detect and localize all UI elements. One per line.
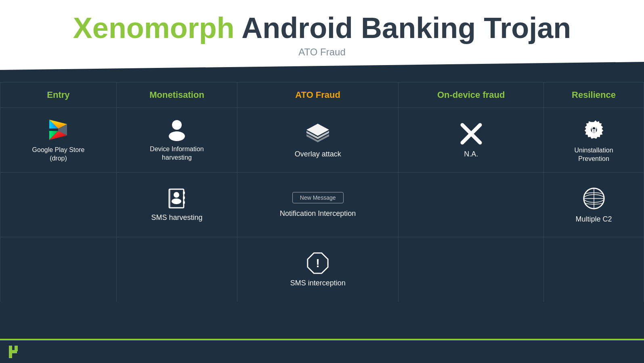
- cell-resilience-row3: [544, 237, 644, 302]
- person-icon: [166, 118, 188, 141]
- cell-resilience-row1: UninstallationPrevention: [544, 108, 644, 173]
- layers-icon: [306, 122, 330, 146]
- contacts-icon: [166, 188, 188, 209]
- col-resilience: Resilience: [544, 82, 644, 108]
- col-monetisation: Monetisation: [116, 82, 237, 108]
- table-row: SMS harvesting New Message Notification …: [0, 173, 644, 237]
- svg-rect-20: [183, 196, 185, 199]
- svg-rect-22: [169, 189, 171, 208]
- grid-section: Entry Monetisation ATO Fraud On-device f…: [0, 82, 644, 339]
- cell-content: N.A.: [403, 122, 539, 158]
- cell-content: Overlay attack: [241, 122, 394, 158]
- subtitle: ATO Fraud: [0, 46, 644, 58]
- cell-ato-row2: New Message Notification Interception: [237, 173, 399, 237]
- cell-entry-row1: Google Play Store(drop): [0, 108, 117, 173]
- svg-point-15: [593, 130, 594, 131]
- cell-ondevice-row3: [399, 237, 544, 302]
- table-row: ! SMS interception: [0, 237, 644, 302]
- brand-logo: [8, 345, 26, 359]
- cell-content: Google Play Store(drop): [4, 118, 112, 163]
- sms-notification-badge: New Message: [292, 192, 344, 203]
- play-store-icon: [46, 118, 70, 142]
- col-ato: ATO Fraud: [237, 82, 399, 108]
- cell-label: SMS interception: [290, 279, 346, 287]
- main-table: Entry Monetisation ATO Fraud On-device f…: [0, 82, 644, 302]
- cell-monetisation-row3: [116, 237, 237, 302]
- table-row: Google Play Store(drop) Device Informati…: [0, 108, 644, 173]
- angled-divider: [0, 62, 644, 82]
- col-ondevice: On-device fraud: [399, 82, 544, 108]
- cell-content: New Message Notification Interception: [241, 192, 394, 218]
- cell-label: UninstallationPrevention: [575, 146, 613, 163]
- cell-label: Device Informationharvesting: [150, 145, 203, 162]
- cell-label: SMS harvesting: [151, 213, 203, 222]
- page: Xenomorph Android Banking Trojan ATO Fra…: [0, 0, 644, 363]
- cell-label: Multiple C2: [576, 215, 612, 224]
- header: Xenomorph Android Banking Trojan ATO Fra…: [0, 0, 644, 62]
- cell-entry-row2: [0, 173, 117, 237]
- cell-label: Overlay attack: [295, 150, 341, 158]
- cell-label: N.A.: [464, 150, 478, 158]
- alert-icon: !: [306, 251, 329, 275]
- title-dark: Android Banking Trojan: [235, 12, 571, 44]
- cell-ondevice-row1: N.A.: [399, 108, 544, 173]
- bottom-bar: [0, 339, 644, 363]
- cell-content: Device Informationharvesting: [121, 118, 233, 162]
- cell-resilience-row2: Multiple C2: [544, 173, 644, 237]
- cell-label: Google Play Store(drop): [32, 146, 85, 163]
- svg-rect-19: [183, 192, 185, 194]
- cell-content: UninstallationPrevention: [548, 117, 640, 163]
- page-title: Xenomorph Android Banking Trojan: [0, 12, 644, 44]
- svg-rect-21: [183, 201, 185, 204]
- notification-text: New Message: [300, 194, 336, 201]
- globe-icon: [581, 186, 606, 211]
- cell-monetisation-row1: Device Informationharvesting: [116, 108, 237, 173]
- x-mark-icon: [459, 122, 483, 146]
- cell-entry-row3: [0, 237, 117, 302]
- cell-ondevice-row2: [399, 173, 544, 237]
- cell-ato-row1: Overlay attack: [237, 108, 399, 173]
- title-green: Xenomorph: [73, 12, 235, 44]
- cell-content: SMS harvesting: [121, 188, 233, 222]
- svg-point-18: [172, 198, 181, 204]
- svg-marker-0: [0, 62, 644, 82]
- svg-text:!: !: [316, 257, 320, 270]
- cell-label: Notification Interception: [280, 209, 356, 218]
- col-entry: Entry: [0, 82, 117, 108]
- cell-content: ! SMS interception: [241, 251, 394, 287]
- svg-point-7: [169, 131, 185, 141]
- gear-lock-icon: [581, 117, 606, 142]
- cell-monetisation-row2: SMS harvesting: [116, 173, 237, 237]
- cell-content: Multiple C2: [548, 186, 640, 224]
- svg-point-6: [172, 120, 182, 130]
- cell-ato-row3: ! SMS interception: [237, 237, 399, 302]
- svg-rect-31: [15, 346, 18, 351]
- column-headers: Entry Monetisation ATO Fraud On-device f…: [0, 82, 644, 108]
- svg-point-17: [174, 192, 179, 198]
